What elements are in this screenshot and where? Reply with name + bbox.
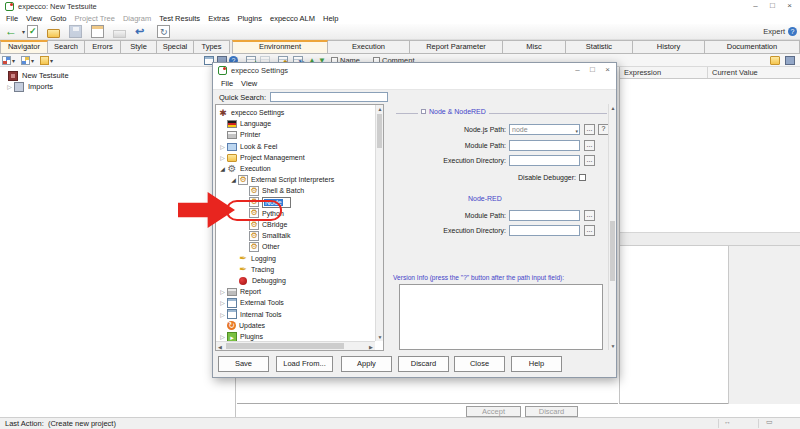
settings-item-logging[interactable]: ✒Logging <box>216 253 375 264</box>
back-icon[interactable] <box>5 25 18 38</box>
dialog-close-button[interactable]: × <box>600 64 615 76</box>
dialog-close-button[interactable]: Close <box>454 356 505 372</box>
menu-plugins[interactable]: Plugins <box>233 13 266 24</box>
tree-view-mode-dropdown[interactable]: ▾ <box>2 56 15 65</box>
tree-hscroll-thumb[interactable] <box>226 343 344 349</box>
save-edit-icon[interactable] <box>785 56 795 65</box>
tree-filter-dropdown[interactable]: ▾ <box>21 56 34 65</box>
browse-button[interactable]: ... <box>584 225 595 236</box>
tab-misc[interactable]: Misc <box>503 40 566 54</box>
save-button[interactable]: Save <box>218 356 269 372</box>
dialog-menu-file[interactable]: File <box>217 78 237 89</box>
disable-debugger-checkbox[interactable] <box>579 174 586 181</box>
tree-horizontal-scrollbar[interactable]: ◀ ▶ <box>216 341 375 350</box>
dialog-discard-button[interactable]: Discard <box>398 356 449 372</box>
new-window-icon[interactable] <box>91 25 104 38</box>
browse-button[interactable]: ... <box>584 155 595 166</box>
dialog-apply-button[interactable]: Apply <box>341 356 392 372</box>
settings-item-project-management[interactable]: ▷Project Management <box>216 152 375 163</box>
browse-button[interactable]: ... <box>584 210 595 221</box>
tab-history[interactable]: History <box>633 40 705 54</box>
settings-item-external-script-interpreters[interactable]: ◢⚙External Script Interpreters <box>216 174 375 185</box>
settings-item-plugins[interactable]: ▷▸Plugins <box>216 331 375 341</box>
tab-search[interactable]: Search <box>48 40 85 54</box>
settings-item-smalltalk[interactable]: ⚙Smalltalk <box>216 230 375 241</box>
settings-item-shell-batch[interactable]: ⚙Shell & Batch <box>216 185 375 196</box>
menu-goto[interactable]: Goto <box>46 13 70 24</box>
combo-arrow-icon[interactable]: ▾ <box>575 127 578 136</box>
form-vscroll-thumb[interactable] <box>610 221 615 281</box>
menu-file[interactable]: File <box>2 13 22 24</box>
print-icon[interactable] <box>113 30 126 38</box>
panel-splitter[interactable] <box>620 232 800 246</box>
menu-extras[interactable]: Extras <box>204 13 233 24</box>
menu-project-tree[interactable]: Project Tree <box>70 13 118 24</box>
folder-view-dropdown[interactable]: ▾ <box>40 56 53 65</box>
field-input-module-path[interactable] <box>509 210 580 221</box>
field-input-module-path[interactable] <box>509 140 580 151</box>
accept-button[interactable]: Accept <box>466 406 521 417</box>
form-vertical-scrollbar[interactable]: ▲ ▼ <box>608 104 616 350</box>
column-current-value[interactable]: Current Value <box>708 67 800 78</box>
field-input-execution-directory[interactable] <box>509 155 580 166</box>
menu-expecco-alm[interactable]: expecco ALM <box>266 13 319 24</box>
tree-vertical-scrollbar[interactable]: ▲ ▼ <box>375 105 383 341</box>
settings-item-external-tools[interactable]: ▷External Tools <box>216 297 375 308</box>
open-folder-icon[interactable] <box>47 29 60 38</box>
dialog-help-button[interactable]: Help <box>511 356 562 372</box>
tab-documentation[interactable]: Documentation <box>705 40 800 54</box>
settings-item-printer[interactable]: Printer <box>216 129 375 140</box>
menu-diagram[interactable]: Diagram <box>119 13 155 24</box>
field-input-node-js-path[interactable]: node▾ <box>509 124 580 135</box>
settings-item-debugging[interactable]: Debugging <box>216 275 375 286</box>
close-button[interactable]: × <box>781 0 798 12</box>
load-from-button[interactable]: Load From... <box>276 356 333 372</box>
settings-item-tracing[interactable]: ✒Tracing <box>216 264 375 275</box>
undo-icon[interactable] <box>135 25 148 38</box>
tab-execution[interactable]: Execution <box>328 40 410 54</box>
settings-item-expecco-settings[interactable]: ✱expecco Settings <box>216 107 375 118</box>
save-icon[interactable] <box>69 25 82 38</box>
browse-button[interactable]: ... <box>584 140 595 151</box>
dialog-menu-view[interactable]: View <box>237 78 261 89</box>
group-toggle-icon[interactable] <box>421 109 426 114</box>
tree-item-new-testsuite[interactable]: New Testsuite <box>0 70 230 81</box>
watch-table-header: Expression Current Value <box>620 67 800 79</box>
settings-item-internal-tools[interactable]: ▷Internal Tools <box>216 309 375 320</box>
new-testsuite-icon[interactable] <box>27 25 38 38</box>
tab-special[interactable]: Special <box>157 40 194 54</box>
version-info-box[interactable] <box>399 284 603 350</box>
minimize-button[interactable]: – <box>747 0 764 12</box>
tab-environment[interactable]: Environment <box>232 40 328 54</box>
dialog-maximize-button[interactable]: □ <box>585 64 600 76</box>
layout-icon[interactable]: ▭ <box>766 418 773 426</box>
tab-report-parameter[interactable]: Report Parameter <box>410 40 503 54</box>
settings-item-language[interactable]: Language <box>216 118 375 129</box>
menu-view[interactable]: View <box>22 13 46 24</box>
menu-test-results[interactable]: Test Results <box>155 13 204 24</box>
tree-vscroll-thumb[interactable] <box>377 114 382 148</box>
maximize-button[interactable]: □ <box>764 0 781 12</box>
column-expression[interactable]: Expression <box>620 67 708 78</box>
settings-item-execution[interactable]: ◢⚙Execution <box>216 163 375 174</box>
tab-types[interactable]: Types <box>194 40 230 54</box>
settings-item-updates[interactable]: ↻Updates <box>216 320 375 331</box>
browse-button[interactable]: ... <box>584 124 595 135</box>
help-icon[interactable]: ? <box>788 27 797 36</box>
discard-button[interactable]: Discard <box>525 406 578 417</box>
tree-item-imports[interactable]: ▷Imports <box>0 81 230 92</box>
field-input-execution-directory[interactable] <box>509 225 580 236</box>
settings-item-look-feel[interactable]: ▷Look & Feel <box>216 141 375 152</box>
settings-item-report[interactable]: ▷Report <box>216 286 375 297</box>
quick-search-input[interactable] <box>270 92 388 102</box>
dialog-minimize-button[interactable]: – <box>570 64 585 76</box>
tab-statistic[interactable]: Statistic <box>566 40 633 54</box>
menu-help[interactable]: Help <box>319 13 342 24</box>
tab-errors[interactable]: Errors <box>85 40 121 54</box>
history-icon[interactable] <box>157 25 170 38</box>
tab-navigator[interactable]: Navigator <box>0 40 48 54</box>
settings-item-other[interactable]: ⚙Other <box>216 241 375 252</box>
open-folder-icon[interactable] <box>770 56 780 65</box>
resize-icon[interactable]: ↔ <box>724 418 731 425</box>
tab-style[interactable]: Style <box>121 40 157 54</box>
